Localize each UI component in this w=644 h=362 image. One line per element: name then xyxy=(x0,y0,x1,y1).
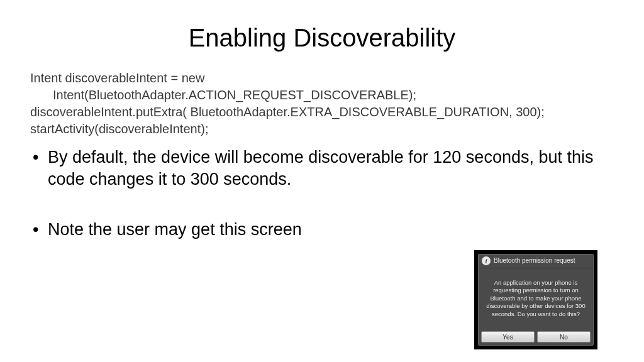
permission-dialog: i Bluetooth permission request An applic… xyxy=(478,254,594,346)
bullet-item: Note the user may get this screen xyxy=(30,219,614,241)
code-line: Intent(BluetoothAdapter.ACTION_REQUEST_D… xyxy=(30,87,614,104)
info-icon: i xyxy=(482,256,491,265)
bullet-item: By default, the device will become disco… xyxy=(30,146,614,190)
bullet-text: By default, the device will become disco… xyxy=(48,148,593,189)
dialog-button-row: Yes No xyxy=(479,329,593,345)
slide: Enabling Discoverability Intent discover… xyxy=(0,24,644,362)
bullet-list: By default, the device will become disco… xyxy=(30,146,614,241)
dialog-body: An application on your phone is requesti… xyxy=(479,268,593,329)
dialog-title: Bluetooth permission request xyxy=(494,257,575,265)
code-line: discoverableIntent.putExtra( BluetoothAd… xyxy=(30,104,614,121)
dialog-header: i Bluetooth permission request xyxy=(479,255,593,268)
yes-button[interactable]: Yes xyxy=(481,331,535,343)
bullet-text: Note the user may get this screen xyxy=(48,220,302,239)
android-dialog-screenshot: i Bluetooth permission request An applic… xyxy=(474,250,597,349)
code-line: startActivity(discoverableIntent); xyxy=(30,121,614,138)
no-button[interactable]: No xyxy=(537,331,591,343)
slide-title: Enabling Discoverability xyxy=(30,24,614,52)
code-line: Intent discoverableIntent = new xyxy=(30,70,614,87)
code-block: Intent discoverableIntent = new Intent(B… xyxy=(30,70,614,138)
